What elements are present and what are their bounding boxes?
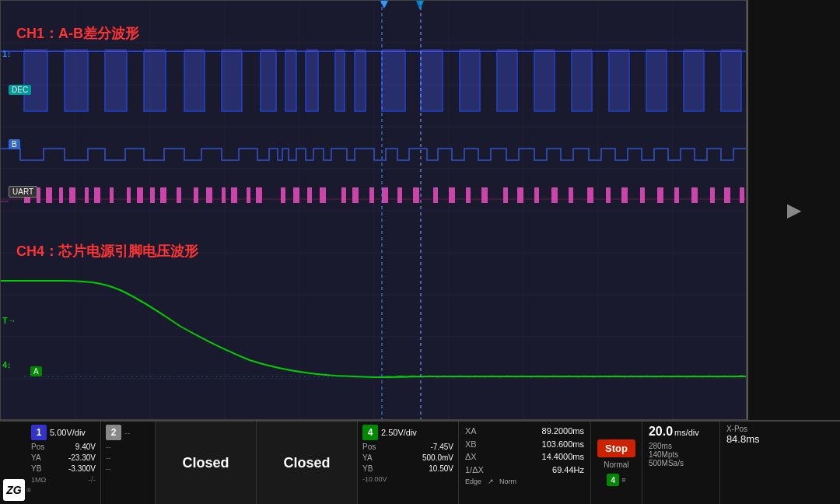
- svg-rect-26: [285, 49, 296, 111]
- svg-rect-52: [160, 187, 166, 203]
- svg-rect-23: [184, 49, 205, 111]
- right-arrow-icon: ▶: [787, 199, 801, 221]
- svg-rect-65: [352, 187, 359, 203]
- normal-text: Normal: [604, 460, 628, 469]
- svg-rect-29: [355, 49, 366, 111]
- ch2-dash: --: [106, 442, 111, 453]
- svg-rect-59: [256, 187, 262, 203]
- logo: ZG ®: [3, 479, 31, 501]
- ch2-divv: --: [124, 428, 130, 437]
- svg-rect-45: [69, 187, 75, 203]
- ch4-block: 4 2.50V/div Pos -7.45V YA 500.0mV YB 10.…: [358, 422, 459, 504]
- ch4-ya-value: 500.0mV: [422, 453, 453, 464]
- a-marker: A: [30, 366, 42, 376]
- right-panel[interactable]: ▶: [747, 0, 840, 420]
- ch1-ya-value: -23.30V: [68, 453, 96, 464]
- svg-rect-36: [609, 49, 629, 111]
- xpos-block: X-Pos 84.8ms: [720, 422, 790, 504]
- ch2-dash2: --: [106, 453, 111, 464]
- bottom-panel: ZG ® 1 5.00V/div Pos 9.40V YA -23.30V YB…: [0, 420, 840, 504]
- ch4-yb-label: YB: [362, 464, 384, 474]
- ch1-ya-label: YA: [31, 453, 53, 464]
- dx-value: 14.4000ms: [542, 450, 584, 464]
- svg-rect-22: [144, 49, 166, 111]
- logo-text: ZG: [3, 479, 25, 501]
- ch1-yb-value: -3.300V: [68, 464, 96, 474]
- ch4-level-marker: 4↕: [2, 360, 12, 369]
- ch4-divv: 2.50V/div: [381, 428, 417, 437]
- mpts-label: 140Mpts: [649, 450, 684, 459]
- ch1-level-marker: 1↕: [2, 49, 12, 58]
- closed-label-2: Closed: [283, 455, 330, 471]
- svg-rect-88: [740, 187, 744, 203]
- svg-rect-39: [721, 49, 741, 111]
- logo-reg: ®: [26, 487, 31, 494]
- xpos-value: 84.8ms: [726, 433, 760, 445]
- ch1-label: CH1：A-B差分波形: [16, 24, 139, 43]
- svg-rect-37: [646, 49, 667, 111]
- oscilloscope: CH1：A-B差分波形 CH4：芯片电源引脚电压波形 DEC B UART 1↕…: [0, 0, 840, 504]
- closed-block-1: Closed: [156, 422, 257, 504]
- svg-rect-82: [640, 187, 645, 203]
- svg-rect-76: [534, 187, 539, 203]
- ch4-label: CH4：芯片电源引脚电压波形: [16, 242, 198, 261]
- svg-rect-78: [569, 187, 573, 203]
- svg-rect-34: [534, 49, 555, 111]
- stop-button[interactable]: Stop: [597, 439, 635, 457]
- inv-value: 69.44Hz: [552, 464, 584, 477]
- svg-rect-57: [231, 187, 237, 203]
- xa-value: 89.2000ms: [542, 425, 584, 438]
- svg-rect-72: [466, 187, 471, 203]
- svg-rect-49: [127, 187, 131, 203]
- t-level-marker: T→: [2, 316, 16, 325]
- svg-rect-47: [94, 187, 100, 203]
- svg-rect-38: [684, 49, 704, 111]
- edge-label: Edge ↗ Norm: [465, 478, 584, 485]
- svg-rect-32: [460, 49, 480, 111]
- svg-rect-58: [247, 187, 250, 203]
- measurements-block: XA 89.2000ms XB 103.600ms ΔX 14.4000ms 1…: [459, 422, 591, 504]
- svg-rect-64: [341, 187, 346, 203]
- svg-rect-56: [222, 187, 226, 203]
- svg-rect-68: [397, 187, 402, 203]
- time-div-value: 20.0: [649, 425, 673, 439]
- svg-rect-35: [572, 49, 592, 111]
- ch1-divv: 5.00V/div: [50, 428, 86, 437]
- svg-rect-25: [261, 49, 276, 111]
- closed-label-1: Closed: [182, 455, 229, 471]
- dec-marker: DEC: [9, 85, 31, 95]
- svg-rect-69: [413, 187, 419, 203]
- svg-rect-20: [65, 49, 88, 111]
- svg-rect-53: [177, 187, 181, 203]
- svg-rect-67: [382, 187, 388, 203]
- ch1-yb-label: YB: [31, 464, 53, 474]
- svg-rect-73: [481, 187, 488, 203]
- xpos-label: X-Pos: [726, 425, 747, 433]
- ch1-badge: 1: [31, 425, 47, 440]
- svg-rect-80: [606, 187, 611, 203]
- svg-rect-46: [85, 187, 89, 203]
- xb-value: 103.600ms: [542, 438, 584, 451]
- svg-rect-60: [281, 187, 285, 203]
- time-div-label: ms/div: [674, 428, 699, 437]
- ch4-extra: -10.00V: [362, 474, 387, 485]
- ch4-ya-label: YA: [362, 453, 384, 464]
- stop-block: Stop Normal 4 ≡: [591, 422, 642, 504]
- ch1-pos-value: 9.40V: [75, 442, 96, 453]
- ch4-yb-value: 10.50V: [429, 464, 453, 474]
- svg-rect-71: [449, 187, 455, 203]
- samp-label: 280ms: [649, 442, 684, 450]
- ch2-badge: 2: [106, 425, 121, 440]
- svg-rect-31: [421, 49, 443, 111]
- svg-rect-66: [369, 187, 374, 203]
- svg-rect-27: [306, 49, 318, 111]
- svg-rect-48: [110, 187, 114, 203]
- ch4-small-badge: 4: [607, 474, 619, 486]
- waveform-area: CH1：A-B差分波形 CH4：芯片电源引脚电压波形 DEC B UART 1↕…: [0, 0, 747, 420]
- svg-rect-86: [710, 187, 715, 203]
- svg-rect-79: [587, 187, 593, 203]
- ch1-extra: 1MΩ: [31, 475, 46, 485]
- uart-marker: UART: [9, 186, 37, 198]
- svg-rect-63: [320, 187, 326, 203]
- xb-label: XB: [465, 438, 488, 451]
